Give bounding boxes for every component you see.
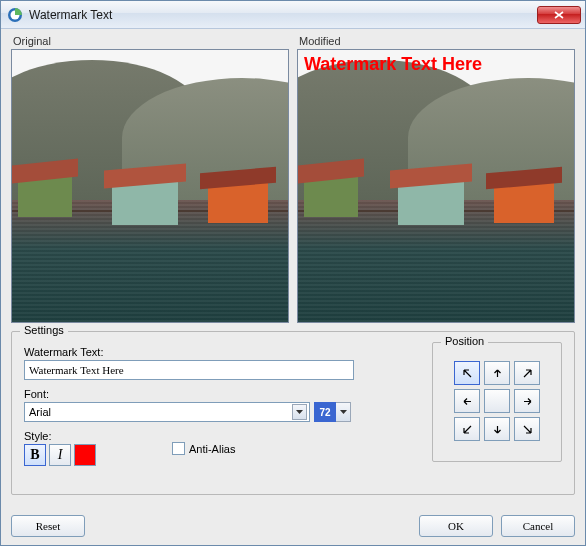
window-title: Watermark Text xyxy=(29,8,537,22)
color-swatch[interactable] xyxy=(74,444,96,466)
font-size-dropdown[interactable] xyxy=(336,402,351,422)
close-icon xyxy=(554,11,564,19)
arrow-ne-icon xyxy=(523,369,532,378)
modified-pane-wrap: Modified xyxy=(297,35,575,323)
antialias-checkbox[interactable] xyxy=(172,442,185,455)
position-top-left[interactable] xyxy=(454,361,480,385)
watermark-preview: Watermark Text Here xyxy=(304,54,482,75)
position-bottom-left[interactable] xyxy=(454,417,480,441)
antialias-wrap: Anti-Alias xyxy=(172,442,235,455)
original-image xyxy=(11,49,289,323)
position-center[interactable] xyxy=(484,389,510,413)
antialias-label: Anti-Alias xyxy=(189,443,235,455)
arrow-left-icon xyxy=(463,397,472,406)
modified-label: Modified xyxy=(299,35,575,47)
chevron-down-icon xyxy=(292,404,307,420)
settings-group: Settings Watermark Text: Font: Arial xyxy=(11,331,575,495)
arrow-nw-icon xyxy=(463,369,472,378)
bold-button[interactable]: B xyxy=(24,444,46,466)
position-group: Position xyxy=(432,342,562,462)
watermark-text-label: Watermark Text: xyxy=(24,346,364,358)
ok-button[interactable]: OK xyxy=(419,515,493,537)
font-label: Font: xyxy=(24,388,310,400)
cancel-button[interactable]: Cancel xyxy=(501,515,575,537)
position-top-center[interactable] xyxy=(484,361,510,385)
position-middle-left[interactable] xyxy=(454,389,480,413)
app-icon xyxy=(7,7,23,23)
client-area: Original xyxy=(1,29,585,545)
arrow-down-icon xyxy=(493,425,502,434)
arrow-right-icon xyxy=(523,397,532,406)
arrow-up-icon xyxy=(493,369,502,378)
position-bottom-right[interactable] xyxy=(514,417,540,441)
font-size-button[interactable]: 72 xyxy=(314,402,336,422)
titlebar: Watermark Text xyxy=(1,1,585,29)
position-top-right[interactable] xyxy=(514,361,540,385)
reset-button[interactable]: Reset xyxy=(11,515,85,537)
chevron-down-icon xyxy=(340,410,347,414)
arrow-se-icon xyxy=(523,425,532,434)
italic-button[interactable]: I xyxy=(49,444,71,466)
button-row: Reset OK Cancel xyxy=(11,515,575,537)
close-button[interactable] xyxy=(537,6,581,24)
position-legend: Position xyxy=(441,335,488,347)
settings-legend: Settings xyxy=(20,324,68,336)
font-select[interactable]: Arial xyxy=(24,402,310,422)
dialog: Watermark Text Original xyxy=(0,0,586,546)
modified-image: Watermark Text Here xyxy=(297,49,575,323)
position-bottom-center[interactable] xyxy=(484,417,510,441)
preview-panes: Original xyxy=(11,35,575,323)
watermark-text-input[interactable] xyxy=(24,360,354,380)
font-select-value: Arial xyxy=(29,406,51,418)
original-label: Original xyxy=(13,35,289,47)
style-label: Style: xyxy=(24,430,364,442)
original-pane-wrap: Original xyxy=(11,35,289,323)
position-middle-right[interactable] xyxy=(514,389,540,413)
arrow-sw-icon xyxy=(463,425,472,434)
